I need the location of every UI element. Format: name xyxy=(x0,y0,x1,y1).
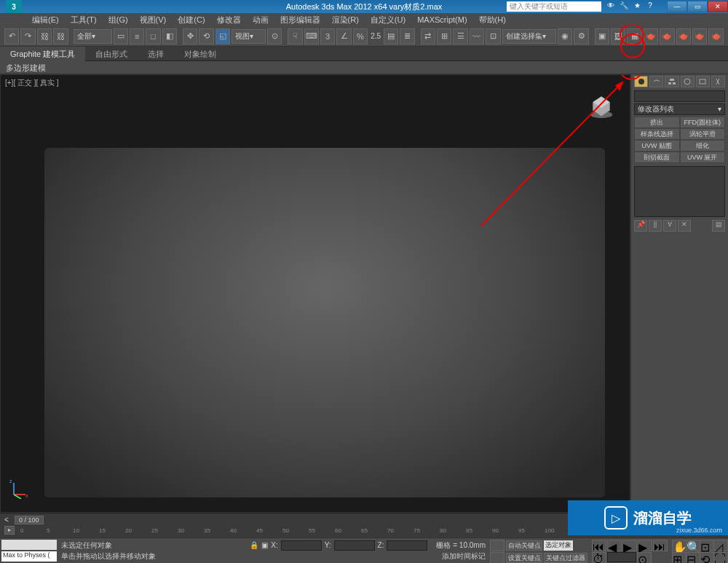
spinner-snap-button[interactable]: ▤ xyxy=(384,28,398,44)
use-pivot-center-button[interactable]: ⊙ xyxy=(267,28,282,44)
menu-customize[interactable]: 自定义(U) xyxy=(365,15,411,25)
mirror-button[interactable]: ⇄ xyxy=(421,28,435,44)
prev-frame-button[interactable]: ◀ xyxy=(607,540,622,551)
configure-sets-button[interactable]: ▤ xyxy=(712,220,725,232)
render-setup-button[interactable]: ⚙ xyxy=(574,28,588,44)
mod-btn-uvw-map[interactable]: UVW 贴图 xyxy=(634,140,680,151)
pin-stack-button[interactable]: 📌 xyxy=(634,220,647,232)
modify-panel-tab[interactable] xyxy=(649,76,663,87)
goto-end-button[interactable]: ⏭ xyxy=(653,540,668,551)
select-by-name-button[interactable]: ≡ xyxy=(130,28,144,44)
menu-views[interactable]: 视图(V) xyxy=(134,15,173,25)
tab-object-paint[interactable]: 对象绘制 xyxy=(174,47,226,61)
fov-button[interactable]: ◿ xyxy=(713,540,728,551)
display-panel-tab[interactable] xyxy=(696,76,710,87)
layer-manager-button[interactable]: ☰ xyxy=(453,28,467,44)
select-move-button[interactable]: ✥ xyxy=(183,28,197,44)
maximize-button[interactable]: ▭ xyxy=(687,1,708,12)
help-search-input[interactable]: 键入关键字或短语 xyxy=(507,1,601,12)
zoom-button[interactable]: 🔍 xyxy=(686,540,700,551)
mod-btn-slice[interactable]: 剖切截面 xyxy=(634,151,680,163)
mod-btn-tessellate[interactable]: 细化 xyxy=(680,140,726,151)
close-button[interactable]: ✕ xyxy=(708,1,728,12)
mod-btn-extrude[interactable]: 挤出 xyxy=(634,117,680,128)
link-button[interactable]: ⛓ xyxy=(37,28,52,44)
menu-edit[interactable]: 编辑(E) xyxy=(26,15,65,25)
orbit-button[interactable]: ⟲ xyxy=(700,552,714,563)
quick-render-button[interactable]: 🫖 xyxy=(660,28,674,44)
viewport[interactable]: [+][ 正交 ][ 真实 ] z x xyxy=(0,74,630,513)
selection-filter-dropdown[interactable]: 全部 ▾ xyxy=(74,29,111,44)
mod-btn-ffd-cyl[interactable]: FFD(圆柱体) xyxy=(680,117,726,128)
menu-maxscript[interactable]: MAXScript(M) xyxy=(411,15,472,24)
window-crossing-button[interactable]: ◧ xyxy=(162,28,177,44)
app-icon[interactable]: 3 xyxy=(6,0,22,13)
redo-button[interactable]: ↷ xyxy=(20,28,35,44)
tab-selection[interactable]: 选择 xyxy=(138,47,174,61)
ribbon-panel-label[interactable]: 多边形建模 xyxy=(0,61,728,74)
utilities-panel-tab[interactable] xyxy=(711,76,725,87)
menu-rendering[interactable]: 渲染(R) xyxy=(326,15,365,25)
keyboard-shortcut-button[interactable]: ⌨ xyxy=(304,28,319,44)
menu-help[interactable]: 帮助(H) xyxy=(473,15,512,25)
key-filters-button[interactable]: 关键点过滤器 xyxy=(544,553,587,563)
render-frame-button[interactable]: ▣ xyxy=(595,28,609,44)
star-icon[interactable]: ★ xyxy=(632,1,642,12)
set-key-button[interactable]: 设置关键点 xyxy=(506,553,542,563)
tab-freeform[interactable]: 自由形式 xyxy=(85,47,138,61)
lock-icon[interactable]: 🔒 xyxy=(250,541,258,549)
select-rotate-button[interactable]: ⟲ xyxy=(199,28,213,44)
time-config-button[interactable]: ⏱ xyxy=(592,552,606,563)
next-frame-button[interactable]: ▶ xyxy=(638,540,652,551)
percent-snap-button[interactable]: % xyxy=(353,28,368,44)
material-editor-button[interactable]: ◉ xyxy=(558,28,572,44)
align-button[interactable]: ⊞ xyxy=(437,28,451,44)
angle-snap-button[interactable]: ∠ xyxy=(336,28,351,44)
wrench-icon[interactable]: 🔧 xyxy=(619,1,629,12)
select-manipulate-button[interactable]: ☟ xyxy=(288,28,302,44)
select-object-button[interactable]: ▭ xyxy=(114,28,128,44)
modifier-list-dropdown[interactable]: 修改器列表▾ xyxy=(634,103,725,115)
schematic-view-button[interactable]: ⊡ xyxy=(486,28,500,44)
zoom-extents-all-button[interactable]: ⊟ xyxy=(686,552,700,563)
tab-graphite-modeling[interactable]: Graphite 建模工具 xyxy=(0,47,85,61)
maxscript-mini-listener-pink[interactable] xyxy=(1,540,57,550)
edit-named-sel-button[interactable]: ≣ xyxy=(400,28,414,44)
show-end-result-button[interactable]: || xyxy=(649,220,662,232)
select-scale-button[interactable]: ◱ xyxy=(215,28,230,44)
undo-button[interactable]: ↶ xyxy=(4,28,19,44)
track-bar-toggle[interactable]: ▸ xyxy=(4,526,15,535)
menu-modifiers[interactable]: 修改器 xyxy=(211,15,247,25)
modifier-stack[interactable] xyxy=(634,166,725,217)
binoculars-icon[interactable]: 👁 xyxy=(606,1,616,12)
set-key-icon[interactable] xyxy=(490,552,505,563)
viewport-label[interactable]: [+][ 正交 ][ 真实 ] xyxy=(5,78,59,88)
render-last-button[interactable]: 🫖 xyxy=(708,28,723,44)
play-button[interactable]: ▶ xyxy=(622,540,637,551)
create-panel-tab[interactable] xyxy=(634,76,648,87)
key-mode-toggle[interactable] xyxy=(490,540,505,551)
remove-modifier-button[interactable]: ✕ xyxy=(678,220,691,232)
select-region-button[interactable]: □ xyxy=(146,28,160,44)
menu-graph-editors[interactable]: 图形编辑器 xyxy=(274,15,326,25)
snap-toggle-button[interactable]: 3 xyxy=(320,28,335,44)
menu-animation[interactable]: 动画 xyxy=(247,15,274,25)
isolate-icon[interactable]: ▣ xyxy=(261,541,268,549)
zoom-all-button[interactable]: ⊡ xyxy=(700,540,714,551)
selected-dropdown[interactable]: 选定对象 xyxy=(544,540,573,551)
ref-coord-dropdown[interactable]: 视图 ▾ xyxy=(232,29,266,44)
add-time-tag[interactable]: 添加时间标记 xyxy=(442,551,486,562)
render-preset-button[interactable]: 🫖 xyxy=(692,28,707,44)
pan-view-button[interactable]: ✋ xyxy=(672,540,687,551)
render-button-highlighted[interactable]: 🫖 xyxy=(676,28,691,44)
make-unique-button[interactable]: ∀ xyxy=(663,220,676,232)
coord-z-input[interactable] xyxy=(387,540,427,551)
curve-editor-button[interactable]: 〰 xyxy=(470,28,484,44)
auto-key-button[interactable]: 自动关键点 xyxy=(506,540,542,551)
key-step-button[interactable]: ⊙ xyxy=(637,552,652,563)
mod-btn-spline-select[interactable]: 样条线选择 xyxy=(634,128,680,140)
menu-group[interactable]: 组(G) xyxy=(103,15,134,25)
maxscript-mini-listener[interactable]: Max to Physes ( xyxy=(1,551,57,562)
named-selection-dropdown[interactable]: 创建选择集 ▾ xyxy=(502,29,556,44)
help-icon[interactable]: ? xyxy=(645,1,655,12)
